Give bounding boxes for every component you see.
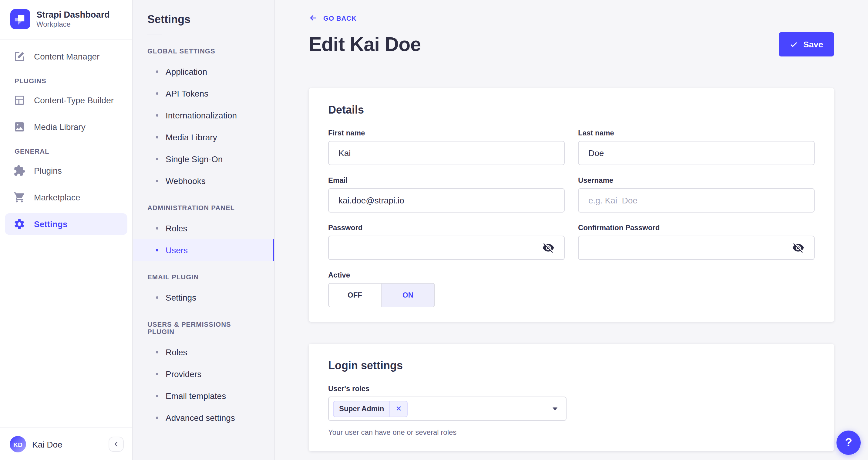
bullet-icon <box>156 70 158 73</box>
sidebar-item-label: Marketplace <box>34 192 81 202</box>
email-field-group: Email <box>328 176 565 212</box>
subnav-section-email-plugin: EMAIL PLUGIN Settings <box>133 273 274 309</box>
details-heading: Details <box>328 104 815 117</box>
go-back-label: GO BACK <box>323 14 356 22</box>
app-title: Strapi Dashboard <box>36 9 110 20</box>
app: Strapi Dashboard Workplace Content Manag… <box>0 0 868 460</box>
subnav-item-up-email-templates[interactable]: Email templates <box>133 385 274 407</box>
sidebar-item-marketplace[interactable]: Marketplace <box>5 186 127 208</box>
sidebar-section-plugins: PLUGINS <box>14 77 118 84</box>
confirmation-password-label: Confirmation Password <box>578 224 815 232</box>
subnav-item-up-advanced-settings[interactable]: Advanced settings <box>133 407 274 429</box>
chevron-down-icon <box>553 407 557 410</box>
page-title: Edit Kai Doe <box>309 33 421 56</box>
confirmation-password-field-group: Confirmation Password <box>578 224 815 260</box>
subnav-section-administration-panel: ADMINISTRATION PANEL Roles Users <box>133 204 274 261</box>
last-name-field-group: Last name <box>578 129 815 165</box>
layout-grid-icon <box>13 94 26 106</box>
last-name-label: Last name <box>578 129 815 137</box>
email-input[interactable] <box>338 196 554 205</box>
sidebar-item-plugins[interactable]: Plugins <box>5 160 127 181</box>
bullet-icon <box>156 180 158 182</box>
subnav-item-media-library[interactable]: Media Library <box>133 126 274 148</box>
sidebar-item-settings[interactable]: Settings <box>5 213 127 235</box>
remove-role-button[interactable]: ✕ <box>390 401 407 416</box>
first-name-input[interactable] <box>338 148 554 158</box>
strapi-logo-icon <box>10 9 30 29</box>
subnav-title: Settings <box>147 13 259 26</box>
gear-icon <box>13 218 26 230</box>
active-toggle-off[interactable]: OFF <box>329 284 381 307</box>
check-icon <box>790 40 798 48</box>
workspace-header[interactable]: Strapi Dashboard Workplace <box>0 0 132 38</box>
subnav-item-webhooks[interactable]: Webhooks <box>133 170 274 192</box>
user-name: Kai Doe <box>32 439 102 449</box>
go-back-link[interactable]: GO BACK <box>309 13 356 23</box>
image-icon <box>13 120 26 133</box>
user-roles-label: User's roles <box>328 384 815 393</box>
bullet-icon <box>156 92 158 95</box>
subnav-item-up-roles[interactable]: Roles <box>133 341 274 363</box>
sidebar-item-content-manager[interactable]: Content Manager <box>5 45 127 67</box>
save-button-label: Save <box>803 39 823 49</box>
toggle-password-visibility-button[interactable] <box>542 242 554 254</box>
settings-subnav: Settings GLOBAL SETTINGS Application API… <box>133 0 275 460</box>
subnav-section-global-settings: GLOBAL SETTINGS Application API Tokens I… <box>133 47 274 192</box>
bullet-icon <box>156 373 158 375</box>
toggle-confirmation-visibility-button[interactable] <box>792 242 804 254</box>
bullet-icon <box>156 136 158 139</box>
sidebar-item-content-type-builder[interactable]: Content-Type Builder <box>5 89 127 111</box>
active-toggle-on[interactable]: ON <box>381 284 434 307</box>
sidebar-section-general: GENERAL <box>14 147 118 154</box>
active-label: Active <box>328 271 565 279</box>
details-card: Details First name Last name Email <box>309 88 834 322</box>
bullet-icon <box>156 249 158 251</box>
password-input[interactable] <box>338 243 542 253</box>
help-button[interactable]: ? <box>836 431 861 455</box>
save-button[interactable]: Save <box>779 32 834 56</box>
subnav-item-admin-users[interactable]: Users <box>133 239 274 261</box>
password-field-group: Password <box>328 224 565 260</box>
first-name-field-group: First name <box>328 129 565 165</box>
bullet-icon <box>156 351 158 353</box>
subnav-item-admin-roles[interactable]: Roles <box>133 218 274 239</box>
eye-off-icon <box>792 242 804 254</box>
bullet-icon <box>156 114 158 117</box>
subnav-item-internationalization[interactable]: Internationalization <box>133 105 274 126</box>
username-label: Username <box>578 176 815 184</box>
active-toggle: OFF ON <box>328 283 435 307</box>
confirmation-password-input[interactable] <box>588 243 792 253</box>
role-tag-label: Super Admin <box>334 404 390 413</box>
user-roles-field-group: User's roles Super Admin ✕ Your user can… <box>328 384 815 437</box>
email-label: Email <box>328 176 565 184</box>
collapse-sidebar-button[interactable] <box>108 437 124 452</box>
username-input[interactable] <box>588 196 804 205</box>
bullet-icon <box>156 416 158 419</box>
subnav-item-single-sign-on[interactable]: Single Sign-On <box>133 148 274 170</box>
main-sidebar: Strapi Dashboard Workplace Content Manag… <box>0 0 133 460</box>
puzzle-icon <box>13 164 26 176</box>
role-tag-super-admin: Super Admin ✕ <box>333 401 408 417</box>
arrow-left-icon <box>309 13 318 23</box>
bullet-icon <box>156 227 158 230</box>
subnav-divider <box>147 35 162 35</box>
page-header: Edit Kai Doe Save <box>309 32 834 56</box>
sidebar-item-media-library[interactable]: Media Library <box>5 116 127 138</box>
bullet-icon <box>156 296 158 299</box>
subnav-item-application[interactable]: Application <box>133 61 274 83</box>
password-label: Password <box>328 224 565 232</box>
feather-pen-icon <box>13 50 26 62</box>
workspace-titles: Strapi Dashboard Workplace <box>36 9 110 29</box>
eye-off-icon <box>542 242 554 254</box>
login-settings-card: Login settings User's roles Super Admin … <box>309 344 834 451</box>
last-name-input[interactable] <box>588 148 804 158</box>
sidebar-item-label: Media Library <box>34 122 86 132</box>
user-roles-select[interactable]: Super Admin ✕ <box>328 397 566 421</box>
roles-helper-text: Your user can have one or several roles <box>328 428 815 437</box>
sidebar-item-label: Content-Type Builder <box>34 95 114 105</box>
subnav-item-email-settings[interactable]: Settings <box>133 287 274 309</box>
bullet-icon <box>156 158 158 160</box>
subnav-item-api-tokens[interactable]: API Tokens <box>133 83 274 105</box>
subnav-item-up-providers[interactable]: Providers <box>133 363 274 385</box>
main-content: GO BACK Edit Kai Doe Save Details First … <box>275 0 868 460</box>
